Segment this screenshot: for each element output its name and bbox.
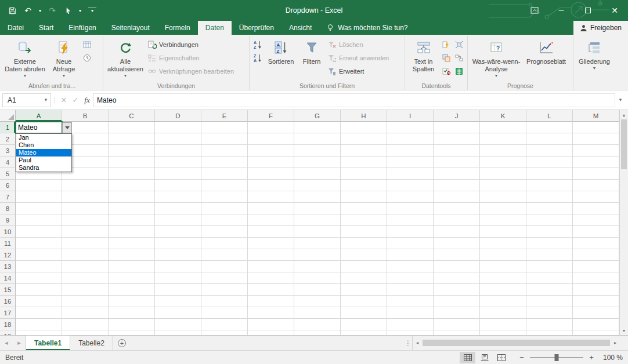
cell-B19[interactable] [62,330,109,335]
zoom-percentage[interactable]: 100 % [600,354,623,362]
sort-descending-button[interactable]: ZA [251,52,264,64]
cell-A18[interactable] [16,319,62,330]
cell-A8[interactable] [16,203,62,214]
cell-I5[interactable] [387,168,434,180]
row-header-1[interactable]: 1 [0,122,16,133]
column-header-G[interactable]: G [294,110,341,122]
cell-H10[interactable] [341,226,387,238]
column-header-A[interactable]: A [16,110,62,122]
cell-K4[interactable] [480,156,526,168]
row-header-3[interactable]: 3 [0,145,16,156]
ribbon-display-options-button[interactable] [521,0,548,21]
scroll-right-arrow[interactable]: ▸ [611,340,620,345]
cell-M5[interactable] [573,168,619,180]
column-header-B[interactable]: B [62,110,109,122]
cell-M1[interactable] [573,122,619,133]
dropdown-item-paul[interactable]: Paul [16,156,71,164]
cell-F1[interactable] [248,122,294,133]
cell-A16[interactable] [16,296,62,307]
cell-J5[interactable] [434,168,480,180]
cell-J15[interactable] [434,284,480,296]
cell-B9[interactable] [62,214,109,226]
cell-L19[interactable] [526,330,573,335]
cell-J6[interactable] [434,180,480,191]
row-header-18[interactable]: 18 [0,319,16,330]
cell-K8[interactable] [480,203,526,214]
erweitert-button[interactable]: Erweitert [326,65,391,77]
cell-C15[interactable] [109,284,155,296]
column-header-L[interactable]: L [526,110,573,122]
horizontal-scrollbar[interactable]: ◂ ▸ [412,336,620,350]
vertical-scroll-thumb[interactable] [621,119,627,169]
cell-J12[interactable] [434,249,480,261]
cell-F13[interactable] [248,261,294,272]
gliederung-button[interactable]: Gliederung ▼ [575,37,613,79]
cell-H19[interactable] [341,330,387,335]
cell-H8[interactable] [341,203,387,214]
row-header-4[interactable]: 4 [0,156,16,168]
cell-A1[interactable]: Mateo [16,122,62,133]
cell-A10[interactable] [16,226,62,238]
row-header-16[interactable]: 16 [0,296,16,307]
externe-daten-abrufen-button[interactable]: Externe Daten abrufen ▼ [3,37,47,79]
cell-I15[interactable] [387,284,434,296]
text-in-spalten-button[interactable]: Text in Spalten [407,37,440,79]
cell-C12[interactable] [109,249,155,261]
cell-D12[interactable] [155,249,201,261]
cell-C9[interactable] [109,214,155,226]
cell-F6[interactable] [248,180,294,191]
cell-K6[interactable] [480,180,526,191]
eigenschaften-button[interactable]: Eigenschaften [146,52,236,64]
cell-B11[interactable] [62,238,109,249]
cell-F5[interactable] [248,168,294,180]
cell-K3[interactable] [480,145,526,156]
cell-K15[interactable] [480,284,526,296]
cell-D16[interactable] [155,296,201,307]
cell-L10[interactable] [526,226,573,238]
cell-M19[interactable] [573,330,619,335]
was-waere-wenn-button[interactable]: ? Was-wäre-wenn-Analyse ▼ [470,37,523,79]
cell-I12[interactable] [387,249,434,261]
cell-L13[interactable] [526,261,573,272]
cell-C13[interactable] [109,261,155,272]
cell-F11[interactable] [248,238,294,249]
cell-F18[interactable] [248,319,294,330]
row-header-13[interactable]: 13 [0,261,16,272]
cell-M9[interactable] [573,214,619,226]
cell-I1[interactable] [387,122,434,133]
tab-start[interactable]: Start [31,21,61,35]
row-header-6[interactable]: 6 [0,180,16,191]
cell-F8[interactable] [248,203,294,214]
undo-button[interactable]: ↶ [20,2,35,19]
normal-view-button[interactable] [460,352,475,363]
cell-I10[interactable] [387,226,434,238]
cell-G2[interactable] [294,133,341,145]
sheet-tab-tabelle2[interactable]: Tabelle2 [70,336,113,350]
maximize-button[interactable] [575,0,601,21]
cell-H14[interactable] [341,272,387,284]
cell-H13[interactable] [341,261,387,272]
cell-L7[interactable] [526,191,573,203]
cell-F4[interactable] [248,156,294,168]
cell-J8[interactable] [434,203,480,214]
cell-J13[interactable] [434,261,480,272]
cell-G18[interactable] [294,319,341,330]
cell-E12[interactable] [201,249,248,261]
cell-I2[interactable] [387,133,434,145]
cell-G12[interactable] [294,249,341,261]
sheet-nav-right[interactable]: ▸ [13,336,26,350]
cell-C16[interactable] [109,296,155,307]
cell-D5[interactable] [155,168,201,180]
touch-mode-dropdown[interactable]: ▾ [76,2,84,19]
minimize-button[interactable]: ─ [548,0,575,21]
cell-A9[interactable] [16,214,62,226]
cell-E3[interactable] [201,145,248,156]
tab-seitenlayout[interactable]: Seitenlayout [104,21,157,35]
cell-I3[interactable] [387,145,434,156]
horizontal-scroll-thumb[interactable] [423,340,610,346]
cell-A11[interactable] [16,238,62,249]
cell-G14[interactable] [294,272,341,284]
cell-B10[interactable] [62,226,109,238]
cell-L11[interactable] [526,238,573,249]
row-header-14[interactable]: 14 [0,272,16,284]
